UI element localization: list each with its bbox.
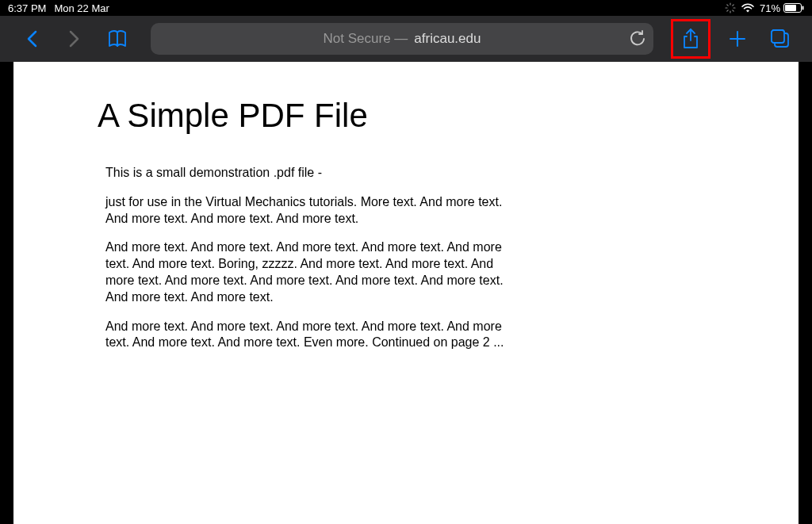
browser-toolbar: Not Secure — africau.edu [0,16,812,62]
svg-rect-9 [785,5,796,11]
address-security-label: Not Secure — [324,31,408,47]
pdf-paragraph-3: And more text. And more text. And more t… [98,239,526,305]
plus-icon [728,29,747,48]
loading-indicator-icon [725,2,736,13]
status-time: 6:37 PM [8,2,46,14]
svg-rect-10 [802,6,804,10]
pdf-paragraph-1: This is a small demonstration .pdf file … [98,165,714,182]
status-bar: 6:37 PM Mon 22 Mar [0,0,812,16]
share-icon [682,28,699,50]
status-date: Mon 22 Mar [54,2,109,14]
svg-line-4 [727,5,728,6]
status-right: 71% [725,2,804,14]
address-domain: africau.edu [414,31,481,47]
refresh-button[interactable] [630,30,645,48]
svg-line-6 [727,10,728,11]
svg-rect-12 [772,30,784,43]
tabs-button[interactable] [764,23,796,55]
share-button[interactable] [671,19,710,59]
pdf-paragraph-2: just for use in the Virtual Mechanics tu… [98,194,526,228]
address-bar[interactable]: Not Secure — africau.edu [151,23,653,55]
svg-line-7 [733,5,733,6]
wifi-icon [741,3,755,13]
new-tab-button[interactable] [722,23,753,55]
tabs-icon [770,29,791,49]
pdf-content: A Simple PDF File This is a small demons… [13,62,799,524]
status-left: 6:37 PM Mon 22 Mar [8,2,109,14]
battery-status: 71% [760,2,804,14]
book-icon [107,29,128,48]
pdf-title: A Simple PDF File [98,97,714,135]
back-button[interactable] [16,23,48,55]
chevron-left-icon [25,29,38,48]
battery-percent: 71% [760,2,780,14]
refresh-icon [630,30,645,48]
bookmarks-button[interactable] [102,23,133,55]
battery-icon [783,3,804,13]
pdf-paragraph-4: And more text. And more text. And more t… [98,319,526,352]
svg-line-5 [733,10,733,11]
chevron-right-icon [68,29,81,48]
forward-button[interactable] [59,23,90,55]
